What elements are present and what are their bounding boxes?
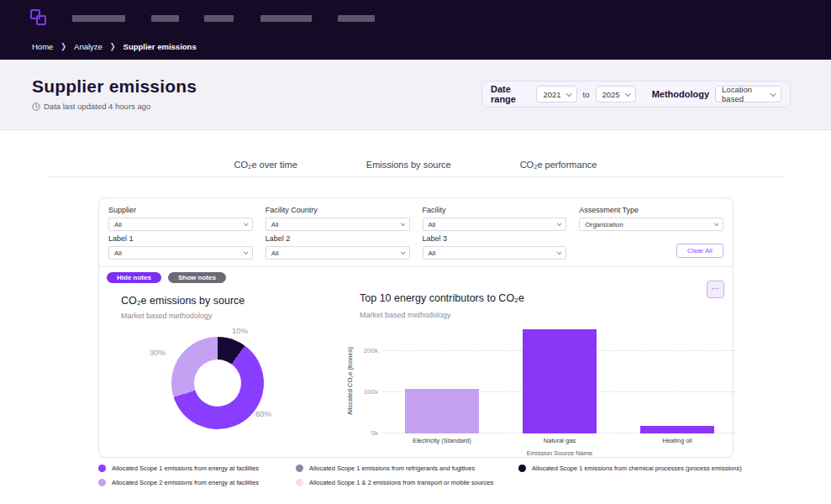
- donut-chart: [171, 337, 264, 429]
- chart-menu-button[interactable]: ⋯: [707, 281, 724, 298]
- from-year-value: 2021: [543, 90, 560, 99]
- select-value: All: [271, 221, 279, 228]
- legend-dot-icon: [296, 479, 303, 486]
- ellipsis-icon: ⋯: [712, 284, 720, 293]
- legend-item[interactable]: Allocated Scope 1 & 2 emissions from tra…: [296, 479, 518, 486]
- chevron-down-icon: [714, 221, 719, 226]
- nav-item-placeholder[interactable]: [260, 15, 312, 22]
- legend-label: Allocated Scope 1 emissions from refrige…: [309, 465, 475, 472]
- legend-label: Allocated Scope 2 emissions from energy …: [112, 479, 259, 486]
- legend-item[interactable]: Allocated Scope 1 emissions from chemica…: [518, 465, 742, 472]
- last-updated-status: Data last updated 4 hours ago: [32, 102, 150, 111]
- filter-label-1: Label 1 All: [108, 234, 253, 260]
- methodology-select[interactable]: Location based: [715, 86, 781, 102]
- breadcrumb-analyze[interactable]: Analyze: [74, 42, 103, 51]
- chevron-down-icon: [771, 91, 776, 97]
- assessment-type-select[interactable]: Organization: [579, 218, 723, 231]
- bar-chart-subtitle: Market based methodology: [360, 311, 451, 319]
- select-value: All: [271, 249, 279, 257]
- bar-slot: [383, 329, 501, 433]
- to-label: to: [583, 90, 590, 99]
- bar-chart-title: Top 10 energy contributors to CO₂e: [360, 292, 524, 304]
- show-notes-button[interactable]: Show notes: [168, 272, 226, 283]
- nav-item-placeholder[interactable]: [151, 15, 179, 22]
- page-header: Supplier emissions Data last updated 4 h…: [0, 60, 831, 130]
- y-tick-label: 200k: [361, 347, 378, 354]
- nav-item-placeholder[interactable]: [338, 15, 375, 22]
- label-2-select[interactable]: All: [266, 246, 410, 260]
- chevron-down-icon: [400, 249, 405, 255]
- bar-chart-plot-area: 0k 100k 200k: [383, 329, 736, 433]
- bars-container: [383, 329, 736, 433]
- chevron-down-icon: [244, 221, 249, 226]
- legend-dot-icon: [518, 465, 526, 472]
- hide-notes-button[interactable]: Hide notes: [107, 272, 161, 283]
- from-year-select[interactable]: 2021: [536, 86, 576, 102]
- chart-tabs: CO₂e over time Emissions by source CO₂e …: [48, 160, 783, 177]
- category-label: Electricity (Standard): [383, 437, 501, 444]
- legend-item[interactable]: Allocated Scope 2 emissions from energy …: [98, 479, 296, 486]
- tab-co2e-over-time[interactable]: CO₂e over time: [234, 160, 297, 170]
- facility-country-select[interactable]: All: [266, 218, 410, 231]
- chevron-right-icon: ❯: [110, 42, 116, 51]
- filter-supplier: Supplier All: [108, 206, 253, 231]
- select-value: All: [429, 221, 436, 228]
- category-label: Heating oil: [618, 437, 736, 444]
- to-year-value: 2025: [602, 90, 620, 99]
- filter-assessment-type: Assessment Type Organization: [579, 206, 723, 231]
- clear-all-cell: Clear All: [579, 234, 723, 260]
- filter-label: Facility: [423, 206, 567, 214]
- donut-chart-subtitle: Market based methodology: [121, 312, 213, 320]
- chart-legend: Allocated Scope 1 emissions from energy …: [98, 465, 742, 486]
- bar-natural-gas: [523, 329, 597, 433]
- emissions-panel-card: Supplier All Facility Country All Facili…: [98, 197, 734, 458]
- bar-heating-oil: [640, 426, 714, 433]
- legend-label: Allocated Scope 1 emissions from chemica…: [532, 465, 742, 472]
- chevron-down-icon: [400, 221, 405, 226]
- legend-item[interactable]: Allocated Scope 1 emissions from refrige…: [296, 465, 518, 472]
- select-value: Organization: [585, 221, 623, 228]
- chevron-down-icon: [624, 91, 630, 97]
- chevron-down-icon: [244, 249, 249, 255]
- select-value: All: [429, 249, 436, 257]
- donut-slice-label-10: 10%: [232, 326, 248, 335]
- filter-label-3: Label 3 All: [423, 234, 567, 260]
- bar-electricity-standard: [405, 389, 479, 433]
- date-range-label: Date range: [491, 84, 530, 104]
- donut-slice-label-60: 60%: [255, 409, 271, 418]
- legend-label: Allocated Scope 1 & 2 emissions from tra…: [309, 479, 493, 486]
- nav-item-placeholder[interactable]: [72, 15, 125, 22]
- breadcrumb: Home ❯ Analyze ❯ Supplier emissions: [32, 42, 197, 51]
- y-tick-label: 0k: [361, 429, 378, 437]
- tab-emissions-by-source[interactable]: Emissions by source: [366, 160, 451, 170]
- select-value: All: [114, 249, 122, 257]
- legend-dot-icon: [98, 479, 106, 486]
- last-updated-text: Data last updated 4 hours ago: [44, 102, 150, 111]
- chevron-down-icon: [557, 249, 562, 255]
- methodology-value: Location based: [722, 85, 765, 103]
- supplier-emissions-page: Home ❯ Analyze ❯ Supplier emissions Supp…: [0, 0, 831, 504]
- facility-select[interactable]: All: [423, 218, 567, 231]
- breadcrumb-home[interactable]: Home: [32, 42, 53, 51]
- category-label: Natural gas: [501, 437, 618, 444]
- legend-dot-icon: [98, 465, 106, 472]
- bar-chart-category-labels: Electricity (Standard) Natural gas Heati…: [383, 437, 736, 444]
- donut-slice-label-30: 30%: [150, 348, 166, 357]
- tab-co2e-performance[interactable]: CO₂e performance: [520, 160, 597, 170]
- to-year-select[interactable]: 2025: [596, 86, 636, 102]
- legend-item[interactable]: Allocated Scope 1 emissions from energy …: [98, 465, 296, 472]
- methodology-label: Methodology: [652, 89, 709, 99]
- chevron-down-icon: [565, 91, 571, 97]
- breadcrumb-current: Supplier emissions: [124, 42, 197, 51]
- label-3-select[interactable]: All: [423, 246, 567, 260]
- nav-item-placeholder[interactable]: [204, 15, 234, 22]
- clock-icon: [32, 102, 40, 111]
- filter-label: Facility Country: [266, 206, 410, 214]
- filter-label: Supplier: [108, 206, 253, 214]
- label-1-select[interactable]: All: [108, 246, 253, 260]
- filter-facility-country: Facility Country All: [266, 206, 410, 231]
- supplier-select[interactable]: All: [108, 218, 253, 231]
- app-logo-icon[interactable]: [30, 9, 49, 28]
- clear-all-button[interactable]: Clear All: [676, 244, 723, 258]
- filter-section: Supplier All Facility Country All Facili…: [99, 198, 733, 267]
